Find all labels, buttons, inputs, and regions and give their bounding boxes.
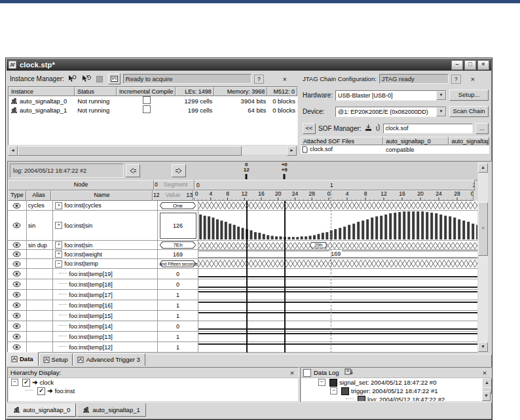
- scroll-down-icon[interactable]: ▼: [478, 342, 488, 352]
- expand-icon[interactable]: +: [55, 222, 62, 229]
- device-select[interactable]: @1: EP20K200E/E (0x082000DD) ▼: [335, 107, 447, 117]
- segment-numbers: 012: [195, 180, 475, 190]
- collapse-button[interactable]: <<: [303, 123, 316, 134]
- expand-icon[interactable]: +: [55, 251, 62, 258]
- scrollbar-thumb[interactable]: [18, 146, 242, 156]
- ruler-label: 20: [417, 191, 423, 197]
- column-header-memory-3968[interactable]: Memory: 3968: [214, 87, 268, 96]
- tab-advanced-trigger-3[interactable]: Advanced Trigger 3: [73, 353, 145, 366]
- collapse-icon[interactable]: −: [318, 379, 325, 386]
- column-header-m512-0[interactable]: M512: 0: [267, 87, 297, 96]
- stop-analysis-icon[interactable]: [94, 74, 105, 84]
- hardware-select[interactable]: USB-Blaster [USB-0] ▼: [335, 90, 447, 101]
- data-log-close-icon[interactable]: ×: [481, 369, 489, 377]
- jtag-help-icon[interactable]: ?: [451, 75, 461, 84]
- hierarchy-node[interactable]: ✓➜foo:inst: [9, 387, 298, 395]
- data-log-scrollbar[interactable]: ▲ ▼: [482, 378, 491, 401]
- scroll-right-icon[interactable]: ►: [287, 146, 297, 156]
- column-header-les-1498[interactable]: LEs: 1498: [176, 87, 214, 96]
- signal-row[interactable]: −foo:inst|tempand Fifteen seconds: [8, 259, 477, 269]
- instance-manager-close-icon[interactable]: ×: [281, 75, 289, 83]
- collapse-icon[interactable]: −: [330, 387, 337, 394]
- instance-tab-auto_signaltap_1[interactable]: auto_signaltap_1: [77, 404, 145, 417]
- signal-row[interactable]: foo:inst|temp[14]0: [8, 321, 477, 332]
- signal-alias-cell: [27, 279, 54, 289]
- save-log-icon[interactable]: [344, 368, 353, 377]
- maximize-button[interactable]: □: [464, 60, 476, 70]
- signal-row[interactable]: +foo:inst|weight169169: [8, 250, 477, 259]
- signal-name: foo:inst|sin: [64, 222, 92, 229]
- scroll-left-icon[interactable]: ◄: [8, 146, 18, 156]
- help-icon[interactable]: ?: [254, 75, 264, 84]
- instance-row[interactable]: auto_signaltap_1Not running199 cells64 b…: [9, 105, 297, 114]
- data-log-scroll-up-icon[interactable]: ▲: [482, 378, 492, 388]
- scroll-up-icon[interactable]: ▲: [478, 163, 488, 173]
- incremental-compile-checkbox[interactable]: [143, 105, 151, 113]
- signal-row[interactable]: foo:inst|temp[15]1: [8, 311, 477, 321]
- device-dropdown-icon[interactable]: ▼: [436, 107, 446, 116]
- hierarchy-checkbox[interactable]: ✓: [22, 379, 30, 387]
- scan-chain-button[interactable]: Scan Chain: [449, 106, 489, 117]
- column-header-status[interactable]: Status: [75, 87, 117, 96]
- attached-column-2[interactable]: auto_signaltap_1: [449, 137, 489, 145]
- hierarchy-node[interactable]: −✓➜clock: [9, 378, 298, 387]
- signal-wave-cell: [198, 342, 477, 352]
- collapse-icon[interactable]: −: [55, 260, 62, 268]
- instance-tab-auto_signaltap_0[interactable]: auto_signaltap_0: [7, 404, 76, 417]
- waveform-vertical-scrollbar[interactable]: ▲ ≡ ▼: [478, 163, 488, 352]
- segment-boundary-line: [331, 190, 331, 353]
- data-log-entry[interactable]: −signal_set: 2004/05/12 18:47:22 #0: [301, 378, 491, 387]
- data-log-entry[interactable]: −trigger: 2004/05/12 18:47:22 #1: [301, 387, 491, 395]
- tab-data[interactable]: Data: [7, 352, 39, 366]
- run-analysis-icon[interactable]: [67, 74, 78, 84]
- trigger-marker-bottom: +9: [282, 167, 288, 173]
- setup-button[interactable]: Setup...: [449, 90, 489, 101]
- logic-low-line: [198, 328, 477, 330]
- tab-setup[interactable]: Setup: [39, 353, 73, 366]
- signal-row[interactable]: foo:inst|temp[16]1: [8, 300, 477, 311]
- attached-column-1[interactable]: auto_signaltap_0: [383, 137, 449, 145]
- signal-row[interactable]: foo:inst|temp[18]0: [8, 279, 477, 290]
- column-header-incremental-compile[interactable]: Incremental Compile: [117, 87, 176, 96]
- data-log-scroll-down-icon[interactable]: ▼: [482, 391, 491, 401]
- incremental-compile-checkbox[interactable]: [143, 96, 151, 104]
- previous-data-icon[interactable]: [126, 164, 140, 177]
- sof-file-field[interactable]: clock.sof: [383, 124, 473, 133]
- value-header: 12 Value 13: [153, 190, 193, 201]
- next-data-icon[interactable]: [172, 164, 186, 177]
- autorun-analysis-icon[interactable]: [81, 74, 92, 84]
- expand-icon[interactable]: +: [55, 202, 62, 209]
- signal-row[interactable]: sin+foo:inst|sin126: [8, 211, 477, 241]
- instance-horizontal-scrollbar[interactable]: ◄ ►: [8, 146, 297, 154]
- column-header-instance[interactable]: Instance: [9, 87, 75, 96]
- program-device-icon[interactable]: [364, 122, 373, 134]
- browse-sof-button[interactable]: ...: [475, 123, 489, 134]
- vertical-scrollbar-thumb[interactable]: ≡: [478, 202, 488, 256]
- hardware-dropdown-icon[interactable]: ▼: [436, 91, 446, 100]
- attached-column-0[interactable]: Attached SOF Files: [301, 137, 383, 145]
- signal-row[interactable]: cycles+foo:inst|cyclesOne: [8, 201, 477, 211]
- instance-row[interactable]: auto_signaltap_0Not running1299 cells390…: [9, 96, 297, 105]
- attach-sof-icon[interactable]: [375, 122, 381, 134]
- watch-node-icon: [12, 313, 21, 319]
- signal-row[interactable]: foo:inst|temp[13]1: [8, 332, 477, 342]
- signal-row[interactable]: foo:inst|temp[19]0: [8, 269, 477, 279]
- signal-value-cell: 1: [158, 300, 198, 310]
- data-log-entry[interactable]: log: 2004/05/12 18:47:22 #2: [301, 395, 491, 401]
- signal-value-cell: 1: [158, 290, 198, 300]
- signal-row[interactable]: sin dup+foo:inst|sin7Eh29h: [8, 241, 477, 250]
- jtag-close-icon[interactable]: ×: [469, 75, 477, 83]
- minimize-button[interactable]: –: [451, 60, 463, 70]
- data-log-checkbox[interactable]: [303, 369, 311, 377]
- signal-row[interactable]: foo:inst|temp[12]1: [8, 342, 477, 353]
- attached-sof-row[interactable]: clock.sofcompatible: [301, 145, 489, 154]
- hierarchy-close-icon[interactable]: ×: [288, 369, 296, 377]
- title-bar[interactable]: clock.stp* – □ ×: [7, 59, 491, 71]
- read-data-icon[interactable]: [108, 73, 121, 84]
- signal-wave-cell: 29h: [198, 241, 477, 249]
- hierarchy-checkbox[interactable]: ✓: [37, 387, 45, 395]
- expand-icon[interactable]: +: [55, 241, 62, 249]
- signal-row[interactable]: foo:inst|temp[17]1: [8, 290, 477, 300]
- collapse-icon[interactable]: −: [11, 379, 18, 386]
- close-button[interactable]: ×: [477, 60, 489, 70]
